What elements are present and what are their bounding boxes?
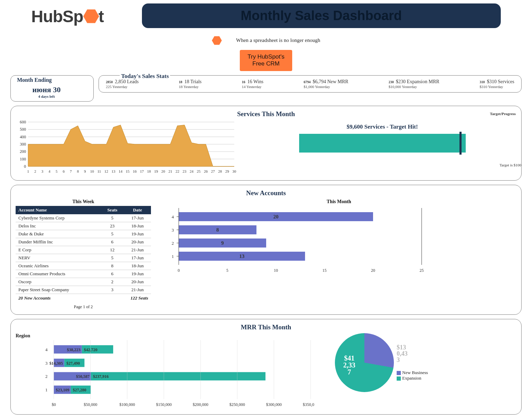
legend-exp: Expansion [397, 375, 428, 381]
col-seats: Seats [101, 206, 124, 214]
table-pager: Page 1 of 2 [16, 304, 151, 310]
stat-item: 28502,850 Leads225 Yesterday [106, 79, 138, 89]
month-ending-card: Month Ending июня 30 4 days left [10, 75, 94, 102]
table-row: Dunder Mifflin Inc620-Jun [16, 238, 151, 246]
svg-text:6: 6 [63, 169, 65, 173]
col-date: Date [124, 206, 151, 214]
svg-text:30: 30 [233, 169, 237, 173]
cta-tagline: When a spreadsheet is no longer enough [236, 37, 320, 43]
page-title: Monthly Sales Dashboard [142, 3, 501, 28]
svg-rect-81 [91, 372, 265, 380]
svg-text:21: 21 [168, 169, 172, 173]
stat-item: 6794$6,794 New MRR$1,000 Yesterday [304, 79, 348, 89]
svg-text:$27,490: $27,490 [66, 361, 80, 365]
table-row: Oceanic Airlines818-Jun [16, 262, 151, 270]
svg-text:24: 24 [190, 169, 194, 173]
svg-text:3: 3 [45, 360, 48, 365]
svg-text:$300,000: $300,000 [266, 402, 282, 407]
svg-text:$14,305: $14,305 [49, 361, 63, 365]
svg-text:15: 15 [126, 169, 130, 173]
table-row: Oscorp220-Jun [16, 278, 151, 286]
sprocket-icon: ⬣ [212, 33, 222, 47]
svg-text:12: 12 [104, 169, 108, 173]
stat-item: 1616 Wins14 Yesterday [242, 79, 263, 89]
days-left: 4 days left [17, 94, 76, 98]
mrr-pie-chart: $41 2,33 7 [335, 333, 394, 392]
table-row: Paper Street Soap Company321-Jun [16, 286, 151, 294]
svg-text:1: 1 [27, 169, 29, 173]
svg-text:$23,109: $23,109 [56, 388, 69, 392]
svg-text:$100,000: $100,000 [119, 402, 135, 407]
table-row: E Corp1221-Jun [16, 246, 151, 254]
svg-text:$150,000: $150,000 [156, 402, 172, 407]
services-panel: Services This Month Target/Progress 0100… [10, 106, 522, 181]
svg-text:$0: $0 [52, 402, 56, 407]
table-row: Cyberdyne Systems Corp517-Jun [16, 214, 151, 222]
services-target-text: Target is $100 [499, 163, 521, 167]
today-stats-card: Today's Sales Stats 28502,850 Leads225 Y… [99, 75, 522, 93]
svg-text:9: 9 [84, 169, 86, 173]
svg-marker-14 [28, 125, 234, 166]
svg-text:20: 20 [371, 268, 375, 273]
svg-text:400: 400 [20, 134, 26, 139]
svg-text:$38,223: $38,223 [67, 347, 81, 352]
today-stats-label: Today's Sales Stats [120, 73, 170, 80]
svg-text:10: 10 [274, 268, 278, 273]
services-progress-bar [299, 134, 466, 153]
svg-text:11: 11 [98, 169, 101, 173]
table-row: NERV517-Jun [16, 254, 151, 262]
try-crm-button[interactable]: Try HubSpot's Free CRM [240, 50, 292, 71]
svg-text:13: 13 [239, 253, 245, 259]
stat-item: 1818 Trials18 Yesterday [179, 79, 201, 89]
svg-text:$50,000: $50,000 [84, 402, 97, 407]
svg-text:20: 20 [161, 169, 166, 173]
svg-text:2: 2 [45, 374, 48, 379]
svg-text:2: 2 [172, 241, 174, 246]
svg-text:9: 9 [221, 240, 224, 246]
svg-text:4: 4 [49, 169, 51, 173]
svg-text:5: 5 [226, 268, 228, 273]
svg-text:600: 600 [20, 120, 26, 124]
svg-text:$250,000: $250,000 [229, 402, 245, 407]
region-label: Region [16, 333, 328, 339]
hubspot-logo: HubSp⬣t [31, 6, 104, 26]
svg-text:7: 7 [70, 169, 72, 173]
this-month-label: This Month [161, 199, 516, 205]
services-target-marker [459, 132, 462, 155]
svg-text:100: 100 [20, 156, 26, 161]
svg-text:27: 27 [211, 169, 215, 173]
svg-text:3: 3 [41, 169, 43, 173]
table-row: Duke & Duke519-Jun [16, 230, 151, 238]
stat-item: 310$310 Services$310 Yesterday [480, 79, 514, 89]
footer-accounts: 20 New Accounts [18, 295, 130, 301]
svg-text:4: 4 [172, 214, 174, 219]
svg-text:$42,720: $42,720 [84, 347, 98, 352]
table-row: Omni Consumer Products619-Jun [16, 270, 151, 278]
new-accounts-panel: New Accounts This Week Account Name Seat… [10, 185, 522, 315]
target-progress-label: Target/Progress [490, 112, 516, 116]
svg-text:19: 19 [154, 169, 158, 173]
svg-text:29: 29 [225, 169, 229, 173]
svg-text:18: 18 [147, 169, 151, 173]
svg-text:23: 23 [183, 169, 187, 173]
svg-text:3: 3 [172, 227, 174, 233]
svg-text:8: 8 [216, 227, 219, 233]
svg-text:$237,916: $237,916 [93, 374, 109, 379]
svg-text:4: 4 [45, 347, 48, 352]
services-title: Services This Month [16, 110, 516, 118]
svg-text:16: 16 [133, 169, 137, 173]
svg-text:26: 26 [204, 169, 208, 173]
svg-text:0: 0 [24, 164, 26, 169]
month-ending-date: июня 30 [17, 85, 76, 94]
svg-text:$27,280: $27,280 [73, 388, 86, 392]
svg-text:10: 10 [90, 169, 94, 173]
svg-text:8: 8 [77, 169, 79, 173]
mrr-region-chart: $38,223$42,7204$14,305$27,4903$50,587$23… [16, 339, 314, 408]
svg-text:25: 25 [197, 169, 201, 173]
mrr-title: MRR This Month [16, 323, 516, 331]
svg-text:13: 13 [111, 169, 116, 173]
svg-text:$50,587: $50,587 [76, 374, 90, 379]
svg-text:22: 22 [176, 169, 179, 173]
mrr-panel: MRR This Month Region $38,223$42,7204$14… [10, 319, 522, 415]
svg-text:$350,000: $350,000 [303, 402, 314, 407]
